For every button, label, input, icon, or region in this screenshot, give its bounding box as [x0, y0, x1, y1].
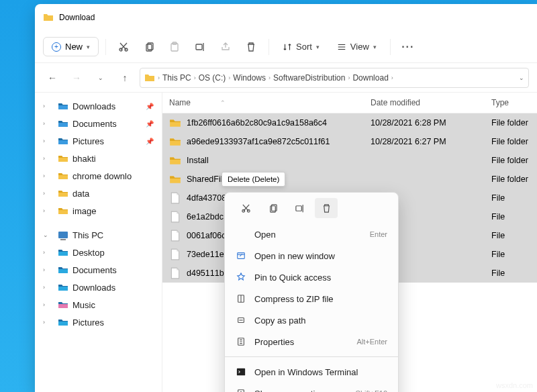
- svg-rect-4: [171, 44, 178, 51]
- folder-icon: [169, 173, 181, 185]
- more-icon[interactable]: ···: [397, 36, 419, 58]
- col-date: Date modified: [371, 98, 491, 107]
- ctx-compress to zip file[interactable]: Compress to ZIP file: [225, 288, 398, 309]
- sidebar: ›Downloads📌›Documents📌›Pictures📌›bhakti›…: [35, 93, 162, 392]
- file-icon: [169, 211, 181, 223]
- folder-icon: [58, 299, 68, 310]
- plus-icon: +: [52, 42, 61, 52]
- folder-icon: [58, 264, 68, 275]
- copy-icon[interactable]: [138, 36, 160, 58]
- cut-icon[interactable]: [113, 36, 134, 58]
- context-menu: OpenEnterOpen in new windowPin to Quick …: [224, 192, 399, 392]
- table-row[interactable]: SharedFileCacheFile folder: [162, 170, 537, 189]
- ctx-open in new window[interactable]: Open in new window: [225, 245, 398, 266]
- share-icon[interactable]: [215, 36, 236, 58]
- folder-icon: [58, 170, 68, 181]
- window-icon: [236, 250, 246, 261]
- delete-tooltip: Delete (Delete): [222, 172, 285, 187]
- svg-rect-12: [238, 253, 245, 259]
- paste-icon[interactable]: [164, 36, 185, 58]
- terminal-icon: [236, 366, 246, 377]
- folder-icon: [58, 136, 68, 146]
- folder-icon: [58, 153, 68, 164]
- folder-icon: [58, 101, 68, 111]
- delete-icon[interactable]: [315, 198, 338, 218]
- new-button[interactable]: + New ▾: [43, 37, 99, 56]
- file-icon: [169, 192, 181, 204]
- svg-rect-11: [295, 205, 301, 211]
- folder-icon: [58, 205, 68, 216]
- path-icon: [236, 315, 246, 326]
- table-row[interactable]: 1fb26ff0616a6b2c80c9a1c9a158a6c410/28/20…: [162, 113, 537, 132]
- pc-icon: [58, 230, 68, 240]
- table-row[interactable]: a96ede9133937af1ca9e872c5c011f6110/28/20…: [162, 132, 537, 151]
- star-icon: [236, 272, 246, 283]
- folder-icon: [58, 247, 68, 258]
- folder-icon: [169, 154, 181, 166]
- ctx-open in windows terminal[interactable]: Open in Windows Terminal: [225, 361, 398, 383]
- folder-icon: [169, 117, 181, 129]
- table-row[interactable]: InstallFile folder: [162, 151, 537, 170]
- col-type: Type: [491, 98, 530, 107]
- sidebar-item-data[interactable]: ›data: [39, 185, 158, 201]
- view-button[interactable]: View ▾: [330, 38, 383, 56]
- cut-icon[interactable]: [234, 198, 257, 218]
- watermark: wsxdn.com: [496, 381, 533, 389]
- titlebar: Download: [35, 4, 537, 31]
- back-button[interactable]: ←: [43, 68, 62, 87]
- file-icon: [169, 248, 181, 260]
- delete-icon[interactable]: [240, 36, 262, 58]
- folder-icon: [58, 282, 68, 293]
- recent-chevron[interactable]: ⌄: [91, 68, 110, 87]
- ctx-pin to quick access[interactable]: Pin to Quick access: [225, 266, 398, 288]
- col-name: Name ⌃: [169, 98, 371, 107]
- zip-icon: [236, 293, 246, 304]
- ctx-open[interactable]: OpenEnter: [225, 224, 398, 245]
- address-bar[interactable]: › This PC› OS (C:)› Windows› SoftwareDis…: [140, 68, 529, 88]
- folder-icon: [43, 12, 54, 23]
- column-headers[interactable]: Name ⌃ Date modified Type: [162, 93, 537, 113]
- sidebar-item-this-pc[interactable]: ⌄This PC: [39, 227, 158, 243]
- folder-icon: [58, 317, 68, 328]
- blank-icon: [236, 229, 246, 240]
- svg-rect-6: [196, 44, 202, 50]
- sidebar-item-desktop[interactable]: ›Desktop: [39, 244, 158, 260]
- forward-button[interactable]: →: [67, 68, 86, 87]
- copy-icon[interactable]: [261, 198, 284, 218]
- folder-icon: [58, 118, 68, 129]
- chevron-down-icon[interactable]: ⌄: [519, 75, 524, 81]
- chevron-down-icon: ▾: [87, 44, 90, 50]
- props-icon: [236, 336, 246, 347]
- sidebar-item-pictures[interactable]: ›Pictures📌: [39, 133, 158, 149]
- sidebar-item-downloads[interactable]: ›Downloads📌: [39, 98, 158, 114]
- folder-icon: [169, 136, 181, 148]
- sidebar-item-documents[interactable]: ›Documents: [39, 262, 158, 278]
- up-button[interactable]: ↑: [115, 68, 134, 87]
- svg-rect-16: [237, 369, 245, 376]
- pin-icon: 📌: [146, 120, 154, 128]
- sidebar-item-music[interactable]: ›Music: [39, 297, 158, 313]
- sort-button[interactable]: Sort ▾: [276, 38, 326, 56]
- more-icon: [236, 388, 246, 392]
- ctx-show more options[interactable]: Show more optionsShift+F10: [225, 383, 398, 392]
- file-icon: [169, 230, 181, 242]
- pin-icon: 📌: [146, 103, 154, 110]
- sidebar-item-pictures[interactable]: ›Pictures: [39, 314, 158, 330]
- nav-row: ← → ⌄ ↑ › This PC› OS (C:)› Windows› Sof…: [35, 63, 537, 93]
- window-title: Download: [59, 13, 95, 22]
- sidebar-item-image[interactable]: ›image: [39, 203, 158, 219]
- file-icon: [169, 267, 181, 279]
- chevron-down-icon: ▾: [316, 44, 320, 50]
- sidebar-item-chrome downlo[interactable]: ›chrome downlo: [39, 168, 158, 184]
- sidebar-item-downloads[interactable]: ›Downloads: [39, 279, 158, 295]
- ctx-properties[interactable]: PropertiesAlt+Enter: [225, 331, 398, 352]
- sidebar-item-documents[interactable]: ›Documents📌: [39, 115, 158, 132]
- rename-icon[interactable]: [189, 36, 211, 58]
- sidebar-item-bhakti[interactable]: ›bhakti: [39, 150, 158, 166]
- folder-icon: [58, 188, 68, 199]
- toolbar: + New ▾ Sort ▾ View ▾ ···: [35, 31, 537, 63]
- ctx-copy as path[interactable]: Copy as path: [225, 309, 398, 331]
- rename-icon[interactable]: [288, 198, 311, 218]
- chevron-down-icon: ▾: [373, 44, 377, 50]
- pin-icon: 📌: [146, 138, 154, 145]
